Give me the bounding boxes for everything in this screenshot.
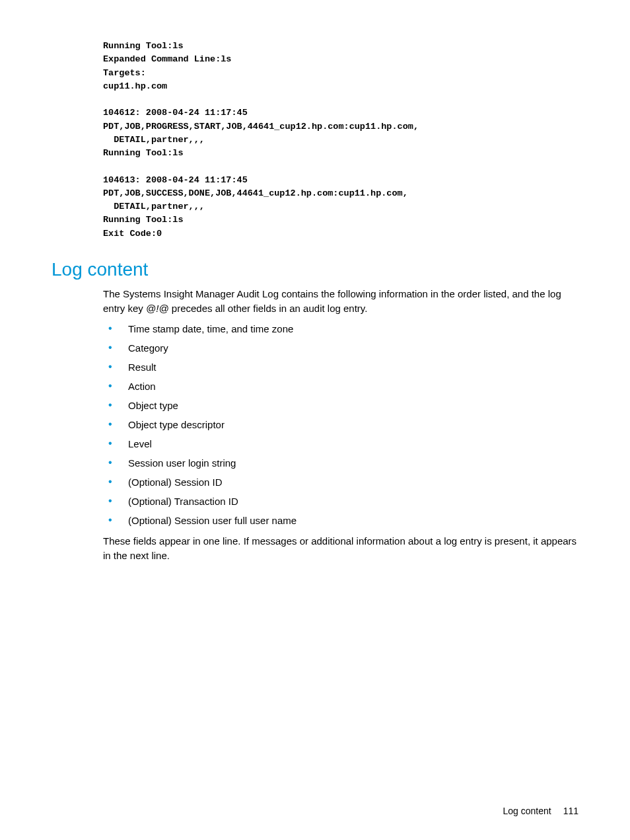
list-item: Action <box>103 379 578 393</box>
list-item: Object type descriptor <box>103 418 578 432</box>
list-item: Time stamp date, time, and time zone <box>103 322 578 336</box>
list-item: Result <box>103 360 578 374</box>
page-footer: Log content111 <box>503 806 578 816</box>
list-item: (Optional) Session user full user name <box>103 514 578 527</box>
log-entry-key: @!@ <box>146 303 169 314</box>
intro-text-after: precedes all other fields in an audit lo… <box>169 303 368 314</box>
list-item: Category <box>103 341 578 355</box>
code-block: Running Tool:ls Expanded Command Line:ls… <box>103 40 578 241</box>
footer-page-number: 111 <box>563 806 578 816</box>
list-item: (Optional) Session ID <box>103 475 578 489</box>
page-content: Running Tool:ls Expanded Command Line:ls… <box>0 0 630 563</box>
intro-paragraph: The Systems Insight Manager Audit Log co… <box>103 287 578 316</box>
bullet-list: Time stamp date, time, and time zone Cat… <box>103 322 578 527</box>
footer-section-label: Log content <box>503 806 551 816</box>
outro-paragraph: These fields appear in one line. If mess… <box>103 534 578 563</box>
list-item: (Optional) Transaction ID <box>103 494 578 508</box>
list-item: Session user login string <box>103 456 578 470</box>
list-item: Level <box>103 437 578 451</box>
section-heading: Log content <box>52 259 578 280</box>
list-item: Object type <box>103 399 578 412</box>
